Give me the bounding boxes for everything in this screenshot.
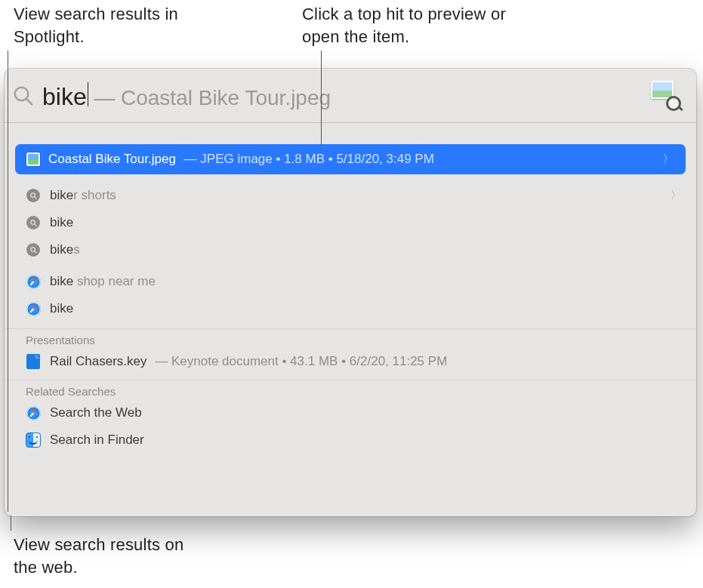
callout-top-hit: Click a top hit to preview or open the i… — [302, 3, 544, 48]
suggestion-rest: shop near me — [73, 274, 156, 288]
safari-icon — [26, 274, 41, 289]
search-text: bike — Coastal Bike Tour.jpeg — [42, 81, 684, 111]
top-hit-name: Coastal Bike Tour.jpeg — [48, 152, 176, 166]
file-meta: — Keynote document • 43.1 MB • 6/2/20, 1… — [155, 354, 447, 368]
image-file-icon — [26, 152, 41, 167]
search-suggestion-icon — [26, 242, 41, 257]
section-header-related: Related Searches — [5, 380, 696, 399]
suggestion-typed: bike — [50, 301, 73, 316]
section-header-presentations: Presentations — [5, 328, 696, 348]
results-list: Coastal Bike Tour.jpeg — JPEG image • 1.… — [5, 123, 696, 454]
svg-line-3 — [34, 196, 35, 198]
suggestion-typed: bike — [50, 215, 73, 229]
presentation-row[interactable]: Rail Chasers.key — Keynote document • 43… — [5, 348, 696, 375]
svg-line-5 — [34, 223, 35, 225]
search-suggestion-icon — [26, 215, 41, 230]
callout-leader-line — [8, 51, 8, 512]
text-cursor — [88, 82, 89, 106]
chevron-right-icon: 〉 — [671, 189, 683, 202]
search-suggestion-icon — [26, 188, 41, 203]
callout-leader-line — [321, 51, 322, 146]
callout-web-results: View search results on the web. — [14, 534, 210, 578]
suggestion-typed: bike — [50, 242, 73, 257]
suggestion-row[interactable]: bikes — [5, 236, 696, 263]
suggestion-row[interactable]: bike — [5, 209, 696, 236]
finder-icon — [26, 433, 41, 448]
callout-leader-line — [11, 516, 11, 531]
suggestion-typed: bike — [50, 188, 73, 202]
preview-app-icon — [649, 79, 681, 111]
suggestion-typed: bike — [50, 274, 73, 288]
spotlight-window: bike — Coastal Bike Tour.jpeg Coastal Bi… — [5, 69, 696, 516]
related-label: Search in Finder — [50, 433, 144, 448]
file-name: Rail Chasers.key — [50, 354, 147, 368]
web-suggestion-row[interactable]: bike shop near me — [5, 268, 696, 295]
web-suggestion-row[interactable]: bike — [5, 295, 696, 322]
callout-spotlight-results: View search results in Spotlight. — [14, 3, 210, 48]
svg-line-7 — [34, 251, 35, 252]
related-search-finder[interactable]: Search in Finder — [5, 426, 696, 454]
related-search-web[interactable]: Search the Web — [5, 399, 696, 426]
keynote-file-icon — [26, 354, 41, 369]
suggestion-row[interactable]: biker shorts 〉 — [5, 182, 696, 209]
spotlight-search-field[interactable]: bike — Coastal Bike Tour.jpeg — [5, 69, 696, 123]
safari-icon — [26, 301, 41, 316]
safari-icon — [26, 405, 41, 420]
chevron-right-icon: 〉 — [663, 152, 675, 166]
suggestion-rest: s — [73, 242, 80, 257]
search-query: bike — [42, 83, 87, 111]
svg-line-1 — [26, 99, 32, 104]
search-completion: — Coastal Bike Tour.jpeg — [94, 86, 331, 110]
top-hit-meta: — JPEG image • 1.8 MB • 5/18/20, 3:49 PM — [184, 152, 434, 166]
suggestion-rest: r shorts — [73, 188, 116, 202]
top-hit-row[interactable]: Coastal Bike Tour.jpeg — JPEG image • 1.… — [15, 144, 686, 174]
search-icon — [12, 85, 35, 107]
related-label: Search the Web — [50, 405, 142, 420]
